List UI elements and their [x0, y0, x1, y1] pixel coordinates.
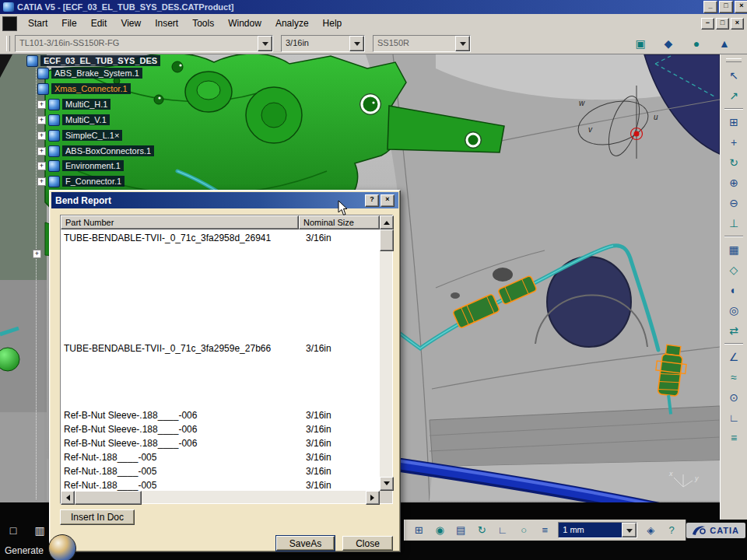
scrollbar-track[interactable]: [380, 251, 392, 477]
zoom-in-icon[interactable]: ⊕: [724, 173, 743, 192]
scroll-left-icon[interactable]: [61, 491, 75, 505]
menu-file[interactable]: File: [54, 15, 83, 32]
knowledge-icon[interactable]: ≡: [537, 523, 552, 538]
material-icon[interactable]: ◆: [660, 35, 677, 52]
line-id-dropdown[interactable]: [258, 36, 272, 51]
select-icon[interactable]: ↖: [724, 66, 743, 85]
scrollbar-thumb[interactable]: [380, 229, 394, 251]
fit-all-icon[interactable]: ⊞: [724, 113, 743, 131]
expand-icon[interactable]: +: [37, 162, 46, 170]
table-row[interactable]: TUBE-BENDABLE-TVII-_0_71c_3fa2958d_26941…: [61, 231, 380, 245]
folder-icon[interactable]: ▥: [33, 523, 47, 537]
render-style-icon[interactable]: ▣: [632, 35, 649, 52]
vertical-scrollbar[interactable]: [380, 215, 392, 491]
render-mode-icon[interactable]: ◐: [724, 281, 743, 299]
tree-root-label[interactable]: ECF_03_EL_TUB_SYS_DES: [40, 55, 160, 66]
table-row[interactable]: Ref-B-Nut Sleeve-.188____-006 3/16in: [61, 422, 380, 436]
horizontal-scrollbar[interactable]: [61, 491, 380, 503]
mdi-close-button[interactable]: ×: [731, 18, 744, 30]
menu-tools[interactable]: Tools: [185, 15, 221, 32]
menu-start[interactable]: Start: [21, 15, 54, 32]
grid-icon[interactable]: ⊞: [411, 523, 426, 538]
maximize-button[interactable]: □: [719, 1, 733, 13]
expand-icon[interactable]: +: [37, 177, 46, 186]
nominal-size-dropdown[interactable]: [349, 36, 364, 51]
tree-item-label[interactable]: Environment.1: [62, 160, 124, 171]
scrollbar-track[interactable]: [142, 491, 366, 503]
lighting-icon[interactable]: ●: [688, 35, 705, 52]
grade-combo[interactable]: SS150R: [373, 35, 471, 52]
menu-help[interactable]: Help: [316, 15, 349, 32]
pan-icon[interactable]: +: [724, 133, 743, 152]
tree-item-environment[interactable]: + Environment.1: [37, 159, 124, 172]
title-bar[interactable]: CATIA V5 - [ECF_03_EL_TUB_SYS_DES.CATPro…: [0, 0, 747, 14]
tree-item-label[interactable]: Xmas_Connector.1: [51, 83, 131, 94]
tree-item-label[interactable]: F_Connector.1: [62, 176, 124, 187]
tree-item-multic-v[interactable]: + MultiC_V.1: [37, 114, 110, 126]
fly-mode-icon[interactable]: ↗: [724, 86, 743, 105]
tree-item-label[interactable]: SimpleC_L.1×: [62, 130, 122, 141]
compass-manipulation-dot[interactable]: [634, 131, 640, 137]
tree-collapsed-node[interactable]: +: [33, 247, 44, 260]
multi-view-icon[interactable]: ▦: [724, 240, 743, 259]
rotate-icon[interactable]: ↻: [724, 153, 743, 172]
table-row[interactable]: Ref-B-Nut Sleeve-.188____-006 3/16in: [61, 408, 380, 422]
menu-view[interactable]: View: [114, 15, 148, 32]
menu-analyze[interactable]: Analyze: [268, 15, 316, 32]
mdi-system-icon[interactable]: [2, 16, 17, 31]
list-rows[interactable]: TUBE-BENDABLE-TVII-_0_71c_3fa2958d_26941…: [61, 229, 380, 491]
measure-icon[interactable]: ∠: [724, 348, 743, 366]
nominal-size-combo[interactable]: 3/16in: [281, 35, 365, 52]
normal-view-icon[interactable]: ⊥: [724, 214, 743, 233]
tree-item-simplec-l[interactable]: + SimpleC_L.1×: [37, 129, 122, 142]
menu-window[interactable]: Window: [221, 15, 268, 32]
table-row[interactable]: Ref-Nut-.188____-005 3/16in: [61, 450, 380, 464]
menu-edit[interactable]: Edit: [84, 15, 114, 32]
tree-item-label[interactable]: ABS_Brake_System.1: [51, 68, 142, 79]
scroll-up-icon[interactable]: [380, 215, 394, 229]
catalog-icon[interactable]: ▲: [716, 35, 733, 52]
snap-icon[interactable]: ◉: [432, 523, 447, 538]
toolbar-handle[interactable]: [726, 58, 742, 62]
scroll-down-icon[interactable]: [380, 477, 394, 491]
help-icon[interactable]: ?: [664, 523, 679, 538]
tree-item-label[interactable]: ABS-BoxConnectors.1: [62, 145, 154, 156]
grade-dropdown[interactable]: [455, 36, 470, 51]
column-part-number[interactable]: Part Number: [61, 215, 299, 229]
mdi-restore-button[interactable]: □: [716, 18, 729, 30]
scrollbar-thumb[interactable]: [75, 491, 142, 505]
tree-item-f-connector[interactable]: + F_Connector.1: [37, 175, 124, 187]
save-as-button[interactable]: SaveAs: [276, 536, 335, 551]
tree-item-abs-brake-system[interactable]: ABS_Brake_System.1: [37, 67, 142, 79]
close-dialog-button[interactable]: Close: [342, 536, 393, 551]
dialog-close-button[interactable]: ×: [381, 194, 395, 207]
report-icon[interactable]: ≡: [724, 429, 743, 447]
magnifier-icon[interactable]: ○: [516, 523, 531, 538]
tube-routing-icon[interactable]: ≈: [724, 368, 743, 387]
axis-system-icon[interactable]: ∟: [495, 523, 510, 538]
tree-item-label[interactable]: MultiC_H.1: [62, 99, 110, 110]
minimize-button[interactable]: _: [703, 1, 717, 13]
connector-icon[interactable]: ⊙: [724, 388, 743, 407]
iso-view-icon[interactable]: ◇: [724, 261, 743, 279]
expand-icon[interactable]: +: [33, 250, 41, 258]
update-icon[interactable]: ↻: [474, 523, 489, 538]
line-id-combo[interactable]: TL101-3/16in-SS150R-FG: [15, 35, 273, 52]
bend-report-dialog[interactable]: Bend Report ? × Part Number Nominal Size…: [49, 190, 401, 552]
mdi-minimize-button[interactable]: −: [701, 18, 714, 30]
dialog-help-button[interactable]: ?: [365, 194, 379, 207]
document-icon[interactable]: □: [6, 523, 20, 537]
status-globe-icon[interactable]: [48, 534, 76, 560]
swap-space-icon[interactable]: ⇄: [724, 321, 743, 340]
insert-in-doc-button[interactable]: Insert In Doc: [60, 509, 135, 525]
bend-icon[interactable]: ∟: [724, 408, 743, 427]
tree-root[interactable]: ECF_03_EL_TUB_SYS_DES: [26, 54, 160, 67]
tree-item-abs-boxconnectors[interactable]: + ABS-BoxConnectors.1: [37, 145, 154, 157]
expand-icon[interactable]: +: [37, 100, 46, 109]
zoom-out-icon[interactable]: ⊖: [724, 194, 743, 212]
units-dropdown[interactable]: [622, 523, 637, 537]
hide-show-icon[interactable]: ◎: [724, 301, 743, 320]
close-button[interactable]: ×: [735, 1, 747, 13]
bend-report-list[interactable]: Part Number Nominal Size TUBE-BENDABLE-T…: [60, 215, 393, 504]
tree-item-xmas-connector[interactable]: Xmas_Connector.1: [37, 82, 131, 95]
